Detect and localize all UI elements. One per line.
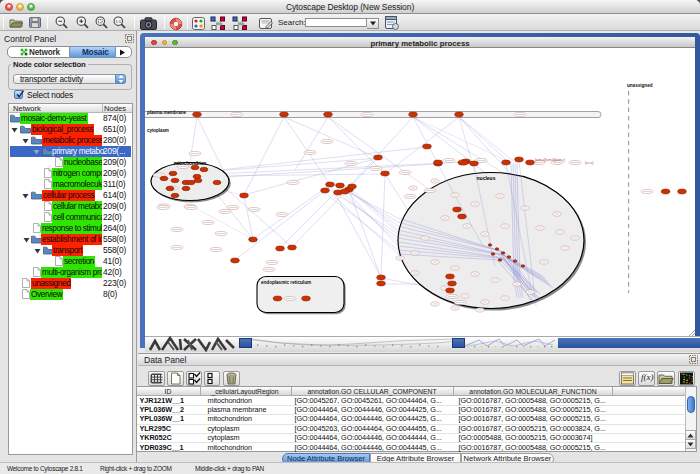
svg-text:mitochondrion: mitochondrion — [174, 160, 207, 166]
svg-text:nucleus: nucleus — [477, 174, 496, 180]
svg-text:plasma membrane: plasma membrane — [147, 110, 186, 115]
svg-text:[som-a][som-b][som-c]: [som-a][som-b][som-c] — [535, 158, 565, 162]
svg-text:unassigned: unassigned — [627, 83, 653, 88]
svg-text:1:1: 1:1 — [115, 19, 121, 24]
svg-text:endoplasmic reticulum: endoplasmic reticulum — [261, 279, 311, 284]
svg-text:[scr-a]: [scr-a] — [585, 161, 594, 165]
svg-text:cytoplasm: cytoplasm — [147, 128, 169, 133]
